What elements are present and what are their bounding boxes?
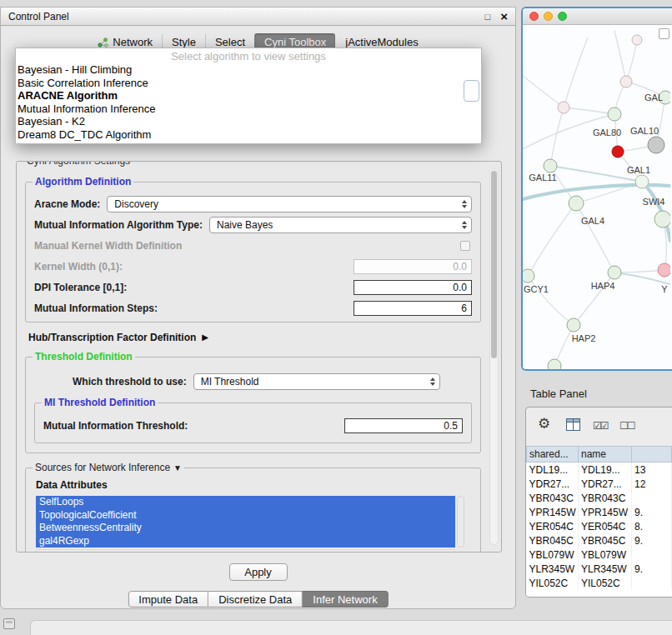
- table-cell[interactable]: [632, 576, 672, 590]
- table-cell[interactable]: YIL052C: [579, 576, 632, 590]
- table-cell[interactable]: YBL079W: [527, 548, 579, 562]
- table-cell[interactable]: 9.: [632, 533, 672, 548]
- table-row[interactable]: YDR27...YDR27...12: [527, 477, 672, 491]
- which-threshold-select[interactable]: MI Threshold: [193, 373, 440, 390]
- table-cell[interactable]: YLR345W: [527, 562, 579, 576]
- tab-infer-network[interactable]: Infer Network: [303, 591, 388, 608]
- maximize-traffic-light[interactable]: [558, 12, 567, 21]
- dpi-tolerance-input[interactable]: 0.0: [354, 280, 472, 295]
- network-edge[interactable]: [626, 40, 637, 82]
- network-node[interactable]: [608, 108, 621, 121]
- network-node[interactable]: [658, 263, 670, 277]
- table-cell[interactable]: YER054C: [527, 519, 579, 533]
- algorithm-option[interactable]: Mutual Information Inference: [16, 102, 481, 116]
- sources-toggle[interactable]: Sources for Network Inference▼: [33, 462, 184, 473]
- table-cell[interactable]: YLR345W: [579, 562, 632, 576]
- table-cell[interactable]: YBL079W: [579, 548, 632, 562]
- table-row[interactable]: YIL052CYIL052C: [527, 576, 672, 590]
- table-row[interactable]: YDL19...YDL19...13: [527, 462, 672, 478]
- mi-steps-input[interactable]: 6: [354, 301, 472, 316]
- table-cell[interactable]: 8.: [632, 519, 672, 533]
- hub-definition-toggle[interactable]: Hub/Transcription Factor Definition ▶: [28, 332, 481, 343]
- table-cell[interactable]: YPR145W: [527, 505, 579, 519]
- network-edge[interactable]: [576, 203, 614, 272]
- attribute-item[interactable]: TopologicalCoefficient: [36, 509, 455, 522]
- table-panel-title[interactable]: Table Panel: [530, 388, 587, 400]
- attribute-item[interactable]: SelfLoops: [36, 496, 455, 509]
- table-cell[interactable]: [632, 548, 672, 562]
- network-node[interactable]: [648, 137, 664, 153]
- table-row[interactable]: YLR345WYLR345W9.: [527, 562, 672, 576]
- table-columns-icon[interactable]: [566, 418, 580, 431]
- network-edge[interactable]: [528, 203, 576, 276]
- table-row[interactable]: YBR045CYBR045C9.: [527, 533, 672, 548]
- column-header[interactable]: name: [579, 447, 632, 462]
- network-node[interactable]: [654, 211, 670, 228]
- tab-discretize-data[interactable]: Discretize Data: [208, 591, 303, 608]
- table-cell[interactable]: YBR045C: [527, 533, 579, 548]
- table-cell[interactable]: YDR27...: [527, 477, 579, 491]
- network-node[interactable]: [558, 102, 569, 113]
- table-cell[interactable]: YIL052C: [527, 576, 579, 590]
- scrollbar-thumb[interactable]: [491, 171, 497, 358]
- attribute-list-hscrollbar[interactable]: [36, 549, 455, 552]
- table-cell[interactable]: YDL19...: [579, 462, 632, 478]
- table-cell[interactable]: 9.: [632, 562, 672, 576]
- table-cell[interactable]: YBR043C: [579, 491, 632, 505]
- table-cell[interactable]: YDR27...: [579, 477, 632, 491]
- table-cell[interactable]: YBR043C: [527, 491, 579, 505]
- kernel-width-input[interactable]: 0.0: [354, 259, 472, 274]
- table-row[interactable]: YPR145WYPR145W9.: [527, 505, 672, 519]
- column-header[interactable]: shared...: [527, 447, 579, 462]
- select-all-checks-icon[interactable]: ☑☑: [593, 420, 608, 432]
- apply-button[interactable]: Apply: [229, 563, 288, 581]
- table-cell[interactable]: 13: [632, 462, 672, 478]
- table-cell[interactable]: YER054C: [579, 519, 632, 533]
- network-edge[interactable]: [614, 270, 664, 272]
- algorithm-option[interactable]: Basic Correlation Inference: [16, 77, 481, 90]
- aracne-mode-select[interactable]: Discovery: [107, 196, 472, 212]
- attribute-list-scrollbar[interactable]: [457, 496, 464, 548]
- manual-kernel-checkbox[interactable]: [460, 241, 470, 251]
- network-edge[interactable]: [523, 76, 564, 108]
- control-panel-titlebar[interactable]: Control Panel □ ×: [1, 8, 515, 26]
- table-cell[interactable]: YPR145W: [579, 505, 632, 519]
- network-edge[interactable]: [614, 31, 626, 82]
- float-window-icon[interactable]: □: [485, 12, 491, 22]
- table-cell[interactable]: YDL19...: [527, 462, 579, 478]
- close-icon[interactable]: ×: [500, 10, 508, 22]
- network-node[interactable]: [523, 269, 534, 282]
- network-node[interactable]: [635, 175, 649, 188]
- network-node[interactable]: [567, 318, 580, 332]
- table-cell[interactable]: 12: [632, 477, 672, 491]
- network-node[interactable]: [608, 266, 621, 279]
- network-node[interactable]: [612, 146, 624, 158]
- settings-scrollbar[interactable]: [489, 168, 499, 545]
- network-edge[interactable]: [528, 276, 574, 325]
- algorithm-option[interactable]: Bayesian - Hill Climbing: [16, 63, 481, 77]
- network-node[interactable]: [620, 76, 632, 88]
- algorithm-option[interactable]: Bayesian - K2: [16, 115, 481, 128]
- network-node[interactable]: [548, 359, 561, 371]
- mi-type-select[interactable]: Naive Bayes: [209, 217, 472, 233]
- algorithm-option[interactable]: ARACNE Algorithm: [16, 89, 481, 102]
- network-edge[interactable]: [550, 108, 564, 166]
- network-node[interactable]: [544, 159, 557, 172]
- mi-threshold-input[interactable]: 0.5: [344, 418, 463, 433]
- deselect-all-boxes-icon[interactable]: ☐☐: [619, 420, 634, 432]
- gear-icon[interactable]: ⚙: [538, 417, 550, 431]
- algorithm-option[interactable]: Dream8 DC_TDC Algorithm: [16, 128, 481, 142]
- panel-corner-icon[interactable]: [3, 618, 15, 629]
- column-header[interactable]: [632, 447, 672, 462]
- table-cell[interactable]: YBR045C: [579, 533, 632, 548]
- table-row[interactable]: YER054CYER054C8.: [527, 519, 672, 533]
- network-overview-box[interactable]: [659, 28, 669, 39]
- table-row[interactable]: YBL079WYBL079W: [527, 548, 672, 562]
- network-node[interactable]: [632, 35, 642, 45]
- network-edge[interactable]: [564, 38, 588, 108]
- table-row[interactable]: YBR043CYBR043C: [527, 491, 672, 505]
- table-cell[interactable]: 9.: [632, 505, 672, 519]
- close-traffic-light[interactable]: [529, 12, 539, 21]
- tab-impute-data[interactable]: Impute Data: [128, 591, 208, 608]
- attribute-item[interactable]: BetweennessCentrality: [36, 522, 455, 535]
